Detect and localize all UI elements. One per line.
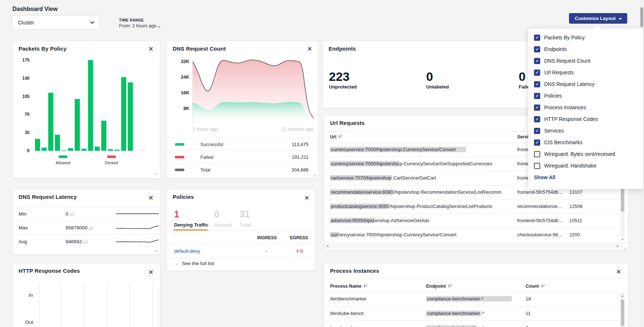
stat-total-value[interactable]: 31 — [240, 209, 250, 220]
checkbox-checked-icon[interactable]: ✓ — [534, 139, 540, 146]
stat-total-label[interactable]: Total — [240, 222, 251, 228]
stat-unused-value[interactable]: 0 — [214, 209, 219, 220]
resize-handle-icon[interactable] — [154, 249, 157, 252]
menu-item-policies[interactable]: ✓Policies — [528, 90, 643, 102]
checkbox-unchecked-icon[interactable] — [534, 163, 540, 169]
menu-item-dns-request-count[interactable]: ✓DNS Request Count — [528, 55, 643, 67]
menu-item-process-instances[interactable]: ✓Process Instances — [528, 102, 643, 113]
table-row[interactable]: currencyservice:7000/hipstershop.Currenc… — [324, 228, 628, 242]
see-full-list-link[interactable]: →See the full list — [174, 261, 214, 266]
show-all-link[interactable]: Show All — [534, 174, 643, 180]
close-icon[interactable]: ✕ — [616, 269, 621, 275]
card-dns-request-latency: DNS Request Latency ✕ Min0 μsMax95879000… — [12, 189, 160, 255]
menu-item-endpoints[interactable]: ✓Endpoints — [528, 43, 643, 55]
scroll-right-icon[interactable]: ► — [616, 245, 619, 248]
table-row[interactable]: productcatalogservice:3550/hipstershop.P… — [324, 200, 628, 214]
menu-item-dns-request-latency[interactable]: ✓DNS Request Latency — [528, 78, 643, 90]
table-row[interactable]: adservice:9555/hipstershop.AdService/Get… — [324, 214, 628, 228]
resize-handle-icon[interactable] — [313, 174, 315, 176]
menu-item-packets-by-policy[interactable]: ✓Packets By Policy — [528, 32, 643, 43]
checkbox-checked-icon[interactable]: ✓ — [534, 81, 540, 87]
resize-handle-icon[interactable] — [154, 173, 157, 175]
menu-item-cis-benchmarks[interactable]: ✓CIS Benchmarks — [528, 137, 643, 148]
stat-denying-value[interactable]: 1 — [174, 209, 179, 220]
menu-item-label: CIS Benchmarks — [544, 139, 582, 145]
count-cell: 9 — [526, 325, 528, 327]
process-name-cell: /bin/benchmarker — [330, 296, 366, 302]
menu-item-services[interactable]: ✓Services — [528, 125, 643, 137]
page-scrollbar-thumb[interactable] — [640, 7, 643, 27]
latency-label: Min — [19, 211, 27, 217]
active-tab-underline — [173, 229, 208, 231]
resize-handle-icon[interactable] — [624, 247, 626, 249]
time-range[interactable]: TIME RANGE From: 2 hours ago — [119, 18, 160, 28]
sort-icon[interactable] — [338, 134, 342, 139]
customize-layout-button[interactable]: Customize Layout — [569, 13, 627, 24]
table-horizontal-scrollbar[interactable] — [324, 243, 623, 249]
menu-item-label: Endpoints — [544, 46, 567, 52]
close-icon[interactable]: ✕ — [305, 195, 309, 201]
latency-value: 0 μs — [66, 211, 74, 217]
sort-icon[interactable] — [448, 284, 452, 289]
legend-value: 304,686 — [291, 167, 309, 173]
customize-layout-menu: ✓Packets By Policy✓Endpoints✓DNS Request… — [528, 28, 643, 189]
count-cell: 2200 — [569, 232, 580, 237]
checkbox-checked-icon[interactable]: ✓ — [534, 105, 540, 111]
url-cell: currencyservice:7000/hipstershop.Currenc… — [330, 232, 456, 237]
card-policies: Policies ✕ 1 Denying Traffic 0 Unused 31… — [166, 189, 315, 271]
sort-icon[interactable] — [364, 284, 368, 289]
menu-item-http-response-codes[interactable]: ✓HTTP Response Codes — [528, 113, 643, 125]
stat-unused-label[interactable]: Unused — [214, 222, 232, 228]
close-icon[interactable]: ✕ — [149, 195, 153, 201]
table-row[interactable]: /bin/kube-benchcompliance-benchmarker-*1… — [324, 306, 628, 321]
stat-denying-label[interactable]: Denying Traffic — [174, 222, 208, 228]
count-cell: 18 — [526, 296, 531, 302]
column-header-process-name[interactable]: Process Name — [330, 284, 368, 289]
count-cell: 13107 — [569, 189, 582, 195]
table-row[interactable]: /bin/benchmarkercompliance-benchmarker-*… — [324, 292, 628, 306]
sort-icon[interactable] — [541, 284, 545, 289]
latency-row-avg: Avg946942 μs — [13, 235, 160, 248]
checkbox-checked-icon[interactable]: ✓ — [534, 116, 540, 122]
column-header-endpoint[interactable]: Endpoint — [426, 284, 452, 289]
scroll-left-icon[interactable]: ◄ — [326, 245, 329, 248]
metric-unprotected-label: Unprotected — [329, 84, 357, 90]
checkbox-checked-icon[interactable]: ✓ — [534, 93, 540, 99]
time-range-value[interactable]: From: 2 hours ago — [119, 23, 160, 28]
checkbox-checked-icon[interactable]: ✓ — [534, 128, 540, 134]
card-title: Process Instances — [330, 268, 379, 274]
menu-item-label: Policies — [544, 93, 562, 99]
legend-label: Failed — [200, 154, 213, 160]
checkbox-checked-icon[interactable]: ✓ — [534, 46, 540, 52]
svg-text:16K: 16K — [181, 90, 189, 95]
endpoint-cell: compliance-benchmarker-* — [426, 325, 484, 327]
legend-row-total: Total304,686 — [167, 163, 318, 176]
menu-item-url-requests[interactable]: ✓Url Requests — [528, 67, 643, 78]
count-cell: 11 — [526, 311, 531, 316]
scroll-down-icon[interactable]: ▼ — [621, 238, 624, 241]
url-cell: recommendationservice:8080/hipstershop.R… — [330, 189, 501, 195]
service-cell: recommendationse… — [517, 204, 562, 209]
table-vertical-scrollbar-thumb[interactable] — [621, 300, 624, 326]
menu-item-wireguard-handshake[interactable]: Wireguard. Handshake — [528, 160, 643, 172]
column-header-url[interactable]: Url — [330, 134, 342, 139]
policy-name-link[interactable]: default-deny — [174, 248, 200, 254]
latency-label: Max — [19, 225, 28, 231]
svg-text:140: 140 — [22, 76, 30, 81]
column-header-count[interactable]: Count — [526, 284, 545, 289]
legend-label: Successful — [200, 142, 223, 147]
metric-unlabeled-label: Unlabeled — [426, 84, 449, 90]
checkbox-checked-icon[interactable]: ✓ — [534, 35, 540, 41]
latency-label: Avg — [19, 239, 27, 244]
checkbox-checked-icon[interactable]: ✓ — [534, 58, 540, 64]
view-selector[interactable]: Cluster — [12, 15, 100, 29]
latency-sparkline — [116, 237, 159, 246]
checkbox-checked-icon[interactable]: ✓ — [534, 70, 540, 76]
svg-text:32K: 32K — [181, 59, 189, 64]
checkbox-unchecked-icon[interactable] — [534, 151, 540, 157]
table-row[interactable]: benchmarkercompliance-benchmarker-*9 — [324, 321, 628, 327]
svg-text:105: 105 — [22, 94, 30, 99]
menu-item-wireguard-bytes-sent-received[interactable]: Wireguard. Bytes sent/received — [528, 148, 643, 160]
chevron-down-icon — [90, 20, 94, 24]
scroll-up-icon[interactable]: ▲ — [621, 295, 624, 298]
